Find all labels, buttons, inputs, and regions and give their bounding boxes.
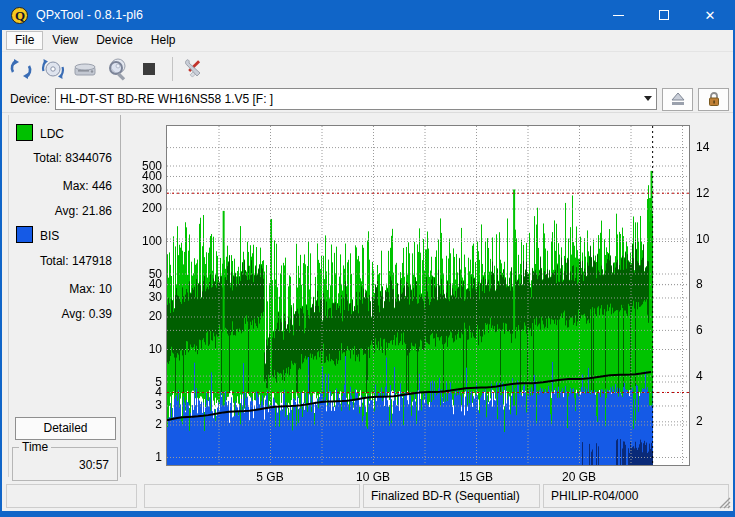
lock-icon	[707, 91, 721, 107]
settings-icon	[182, 57, 206, 81]
status-section-1	[6, 484, 137, 508]
stats-panel: LDC Total: 8344076 Max: 446 Avg: 21.86 B…	[8, 115, 121, 477]
preferences-button[interactable]	[179, 54, 209, 84]
status-disc-type: Finalized BD-R (Sequential)	[363, 484, 540, 508]
bis-avg: Avg: 0.39	[62, 307, 112, 321]
menu-view[interactable]: View	[43, 31, 87, 50]
bis-label: BIS	[40, 229, 59, 243]
resize-grip[interactable]	[718, 496, 731, 509]
device-select-value: HL-DT-ST BD-RE WH16NS58 1.V5 [F: ]	[60, 92, 273, 106]
device-select[interactable]: HL-DT-ST BD-RE WH16NS58 1.V5 [F: ]	[55, 88, 657, 110]
app-logo-icon: Q	[11, 7, 28, 24]
window-title: QPxTool - 0.8.1-pl6	[36, 8, 143, 22]
bis-max: Max: 10	[69, 282, 112, 296]
minimize-icon	[613, 15, 624, 16]
close-icon: ✕	[705, 9, 716, 22]
time-value: 30:57	[79, 458, 109, 472]
status-media-id: PHILIP-R04/000	[543, 484, 729, 508]
rescan-bus-button[interactable]	[6, 54, 36, 84]
lock-button[interactable]	[698, 88, 729, 111]
search-disc-icon	[105, 57, 129, 81]
eject-icon	[670, 92, 686, 106]
ldc-avg: Avg: 21.86	[55, 204, 112, 218]
quality-scan-chart	[133, 113, 727, 482]
time-group-label: Time	[19, 440, 51, 454]
maximize-button[interactable]	[641, 0, 687, 30]
refresh-icon	[9, 57, 33, 81]
menu-device[interactable]: Device	[87, 31, 142, 50]
title-bar: Q QPxTool - 0.8.1-pl6 ✕	[2, 0, 733, 30]
check-disc-button[interactable]	[102, 54, 132, 84]
eject-button[interactable]	[662, 88, 693, 111]
detailed-button[interactable]: Detailed	[15, 417, 116, 440]
menu-help[interactable]: Help	[142, 31, 185, 50]
bis-color-swatch	[16, 226, 33, 243]
app-window: Q QPxTool - 0.8.1-pl6 ✕ File View Device…	[0, 0, 735, 517]
ldc-total: Total: 8344076	[33, 151, 112, 165]
drive-info-button[interactable]	[70, 54, 100, 84]
close-button[interactable]: ✕	[687, 0, 733, 30]
menu-file[interactable]: File	[6, 31, 43, 50]
device-row: Device: HL-DT-ST BD-RE WH16NS58 1.V5 [F:…	[2, 86, 733, 112]
minimize-button[interactable]	[595, 0, 641, 30]
chevron-down-icon	[644, 96, 652, 101]
drive-icon	[73, 57, 97, 81]
maximize-icon	[659, 10, 669, 20]
toolbar	[2, 52, 733, 86]
device-label: Device:	[10, 92, 50, 106]
status-section-2	[144, 484, 360, 508]
time-group: Time 30:57	[12, 447, 118, 481]
ldc-color-swatch	[16, 124, 33, 141]
status-bar: Finalized BD-R (Sequential) PHILIP-R04/0…	[2, 481, 733, 511]
ldc-max: Max: 446	[63, 179, 112, 193]
scan-disc-icon	[41, 57, 65, 81]
main-area: LDC Total: 8344076 Max: 446 Avg: 21.86 B…	[2, 112, 733, 481]
stop-button[interactable]	[134, 54, 164, 84]
stop-icon	[137, 57, 161, 81]
toolbar-separator	[172, 57, 173, 81]
ldc-label: LDC	[40, 127, 64, 141]
bis-total: Total: 147918	[40, 254, 112, 268]
menu-bar: File View Device Help	[2, 30, 733, 52]
scan-disc-button[interactable]	[38, 54, 68, 84]
